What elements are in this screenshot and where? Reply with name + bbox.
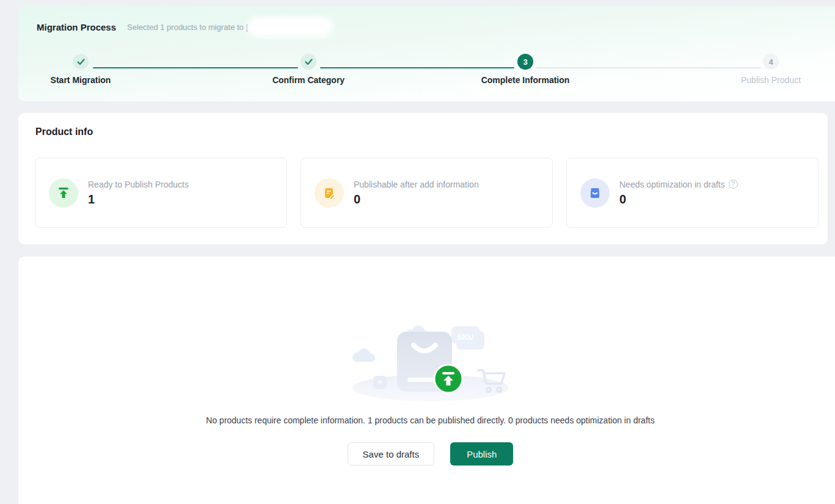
stat-label-text: Needs optimization in drafts bbox=[619, 180, 725, 189]
publish-summary-message: No products require complete information… bbox=[18, 415, 835, 425]
step-3-number-circle: 3 bbox=[517, 54, 533, 70]
stat-value: 1 bbox=[88, 192, 189, 206]
stat-text: Needs optimization in drafts ? 0 bbox=[619, 180, 738, 206]
subtitle-text: Selected 1 products to migrate to [ bbox=[127, 23, 248, 32]
empty-state-illustration: SKU ✳ bbox=[339, 312, 522, 403]
save-to-drafts-button[interactable]: Save to drafts bbox=[348, 442, 435, 466]
step-4-number-circle: 4 bbox=[763, 54, 779, 70]
page-background: { "header": { "title": "Migration Proces… bbox=[0, 0, 835, 504]
stat-text: Ready to Publish Products 1 bbox=[88, 180, 189, 206]
migration-subtitle: Selected 1 products to migrate to [ bbox=[127, 20, 330, 34]
upload-icon-glyph bbox=[57, 186, 70, 200]
step-start-migration: Start Migration bbox=[13, 54, 148, 85]
step-3-label: Complete Information bbox=[458, 75, 593, 85]
check-icon bbox=[305, 59, 313, 65]
step-2-check-circle bbox=[301, 54, 316, 70]
help-icon[interactable]: ? bbox=[729, 180, 738, 189]
shopping-bag-icon-glyph bbox=[588, 186, 602, 200]
upload-icon bbox=[49, 178, 78, 208]
step-4-label: Publish Product bbox=[704, 75, 835, 85]
check-icon bbox=[77, 59, 85, 65]
stat-value: 0 bbox=[619, 192, 738, 206]
stat-label: Ready to Publish Products bbox=[88, 180, 189, 189]
action-button-row: Save to drafts Publish bbox=[18, 442, 835, 466]
product-info-section: Product info Ready to Publish Products 1 bbox=[18, 113, 828, 244]
svg-text:SKU: SKU bbox=[457, 332, 473, 341]
note-edit-icon bbox=[315, 178, 344, 208]
page-title: Migration Process bbox=[37, 22, 116, 32]
stat-card-needs-optimization: Needs optimization in drafts ? 0 bbox=[566, 158, 819, 228]
sparkle-icon: ✳ bbox=[373, 376, 387, 389]
migration-header-card: Migration Process Selected 1 products to… bbox=[18, 6, 835, 101]
stat-label: Needs optimization in drafts ? bbox=[619, 180, 738, 189]
stat-value: 0 bbox=[354, 192, 479, 206]
step-2-label: Confirm Category bbox=[241, 75, 376, 85]
step-complete-information: 3 Complete Information bbox=[458, 54, 593, 85]
step-publish-product: 4 Publish Product bbox=[704, 54, 835, 85]
redacted-shop-name bbox=[250, 20, 330, 34]
complete-information-panel: SKU ✳ No products require complete infor… bbox=[18, 257, 835, 504]
sku-tag: SKU bbox=[451, 326, 484, 349]
stat-card-publishable-after-add-info: Publishable after add information 0 bbox=[301, 158, 553, 228]
product-info-title: Product info bbox=[35, 126, 93, 137]
upload-badge-icon bbox=[434, 365, 462, 393]
shopping-bag-icon bbox=[580, 178, 610, 208]
step-confirm-category: Confirm Category bbox=[241, 54, 376, 85]
stat-card-ready-to-publish: Ready to Publish Products 1 bbox=[35, 158, 287, 228]
stat-text: Publishable after add information 0 bbox=[354, 180, 479, 206]
svg-text:✳: ✳ bbox=[376, 378, 382, 387]
publish-button[interactable]: Publish bbox=[450, 442, 513, 466]
step-1-label: Start Migration bbox=[13, 75, 148, 85]
note-edit-icon-glyph bbox=[323, 186, 336, 200]
cloud-icon bbox=[352, 348, 375, 362]
stat-label-text: Ready to Publish Products bbox=[88, 180, 189, 189]
step-1-check-circle bbox=[73, 54, 89, 70]
stat-label-text: Publishable after add information bbox=[354, 180, 479, 189]
header-title-row: Migration Process Selected 1 products to… bbox=[37, 20, 330, 34]
stat-label: Publishable after add information bbox=[354, 180, 479, 189]
